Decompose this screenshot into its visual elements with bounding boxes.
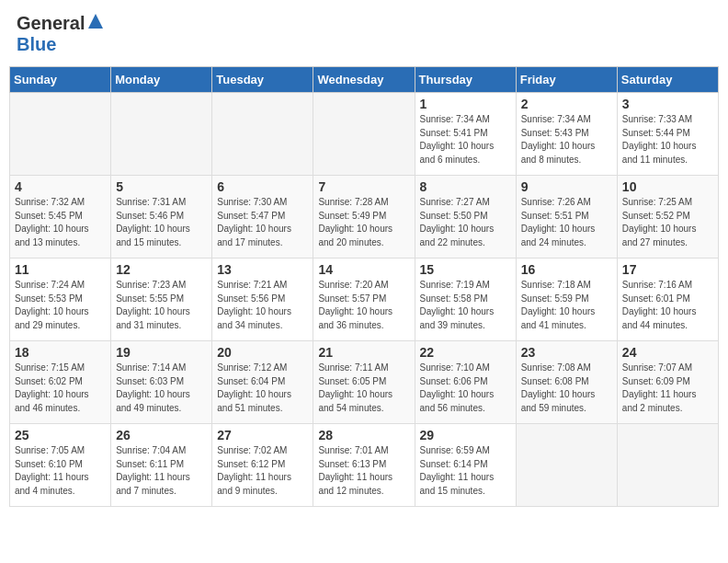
day-info: Sunrise: 7:30 AM Sunset: 5:47 PM Dayligh… xyxy=(217,196,308,249)
col-header-sunday: Sunday xyxy=(10,67,111,93)
calendar-cell: 22Sunrise: 7:10 AM Sunset: 6:06 PM Dayli… xyxy=(415,341,516,424)
logo-general: General xyxy=(17,13,85,34)
day-info: Sunrise: 7:31 AM Sunset: 5:46 PM Dayligh… xyxy=(116,196,207,249)
calendar-week-row: 11Sunrise: 7:24 AM Sunset: 5:53 PM Dayli… xyxy=(10,259,719,341)
day-info: Sunrise: 7:01 AM Sunset: 6:13 PM Dayligh… xyxy=(318,444,409,498)
day-info: Sunrise: 7:27 AM Sunset: 5:50 PM Dayligh… xyxy=(420,196,511,249)
calendar-cell: 10Sunrise: 7:25 AM Sunset: 5:52 PM Dayli… xyxy=(617,176,718,259)
calendar-cell: 26Sunrise: 7:04 AM Sunset: 6:11 PM Dayli… xyxy=(111,424,212,507)
day-info: Sunrise: 7:20 AM Sunset: 5:57 PM Dayligh… xyxy=(318,279,409,332)
day-info: Sunrise: 7:10 AM Sunset: 6:06 PM Dayligh… xyxy=(420,362,511,415)
calendar-cell: 9Sunrise: 7:26 AM Sunset: 5:51 PM Daylig… xyxy=(516,176,617,259)
calendar-cell: 2Sunrise: 7:34 AM Sunset: 5:43 PM Daylig… xyxy=(516,93,617,176)
calendar-cell: 4Sunrise: 7:32 AM Sunset: 5:45 PM Daylig… xyxy=(10,176,111,259)
svg-marker-0 xyxy=(88,14,103,29)
calendar-cell: 27Sunrise: 7:02 AM Sunset: 6:12 PM Dayli… xyxy=(212,424,313,507)
day-info: Sunrise: 7:21 AM Sunset: 5:56 PM Dayligh… xyxy=(217,279,308,332)
calendar-cell: 16Sunrise: 7:18 AM Sunset: 5:59 PM Dayli… xyxy=(516,259,617,341)
day-info: Sunrise: 7:15 AM Sunset: 6:02 PM Dayligh… xyxy=(15,362,106,415)
calendar-table: SundayMondayTuesdayWednesdayThursdayFrid… xyxy=(9,66,719,507)
col-header-tuesday: Tuesday xyxy=(212,67,313,93)
calendar-cell: 8Sunrise: 7:27 AM Sunset: 5:50 PM Daylig… xyxy=(415,176,516,259)
calendar-cell: 21Sunrise: 7:11 AM Sunset: 6:05 PM Dayli… xyxy=(313,341,415,424)
col-header-thursday: Thursday xyxy=(415,67,516,93)
day-number: 18 xyxy=(15,345,106,360)
page-header: General Blue xyxy=(9,9,719,59)
calendar-cell: 18Sunrise: 7:15 AM Sunset: 6:02 PM Dayli… xyxy=(10,341,111,424)
day-info: Sunrise: 7:11 AM Sunset: 6:05 PM Dayligh… xyxy=(318,362,409,415)
calendar-cell: 23Sunrise: 7:08 AM Sunset: 6:08 PM Dayli… xyxy=(516,341,617,424)
calendar-week-row: 1Sunrise: 7:34 AM Sunset: 5:41 PM Daylig… xyxy=(10,93,719,176)
day-number: 4 xyxy=(15,179,106,194)
day-number: 29 xyxy=(420,428,511,442)
day-info: Sunrise: 6:59 AM Sunset: 6:14 PM Dayligh… xyxy=(420,444,511,498)
day-number: 23 xyxy=(521,345,612,360)
calendar-cell xyxy=(212,93,313,176)
day-info: Sunrise: 7:14 AM Sunset: 6:03 PM Dayligh… xyxy=(116,362,207,415)
calendar-week-row: 25Sunrise: 7:05 AM Sunset: 6:10 PM Dayli… xyxy=(10,424,719,507)
day-info: Sunrise: 7:24 AM Sunset: 5:53 PM Dayligh… xyxy=(15,279,106,332)
calendar-cell: 5Sunrise: 7:31 AM Sunset: 5:46 PM Daylig… xyxy=(111,176,212,259)
day-number: 15 xyxy=(420,262,511,277)
day-info: Sunrise: 7:23 AM Sunset: 5:55 PM Dayligh… xyxy=(116,279,207,332)
logo-triangle-icon xyxy=(86,12,105,30)
calendar-cell: 24Sunrise: 7:07 AM Sunset: 6:09 PM Dayli… xyxy=(617,341,718,424)
day-info: Sunrise: 7:07 AM Sunset: 6:09 PM Dayligh… xyxy=(622,362,713,415)
day-number: 9 xyxy=(521,179,612,194)
day-number: 21 xyxy=(318,345,409,360)
day-info: Sunrise: 7:12 AM Sunset: 6:04 PM Dayligh… xyxy=(217,362,308,415)
day-number: 3 xyxy=(622,97,713,111)
day-info: Sunrise: 7:16 AM Sunset: 6:01 PM Dayligh… xyxy=(622,279,713,332)
day-number: 25 xyxy=(15,428,106,442)
day-number: 22 xyxy=(420,345,511,360)
day-number: 13 xyxy=(217,262,308,277)
day-info: Sunrise: 7:05 AM Sunset: 6:10 PM Dayligh… xyxy=(15,444,106,498)
day-number: 19 xyxy=(116,345,207,360)
day-info: Sunrise: 7:04 AM Sunset: 6:11 PM Dayligh… xyxy=(116,444,207,498)
calendar-cell xyxy=(111,93,212,176)
day-info: Sunrise: 7:02 AM Sunset: 6:12 PM Dayligh… xyxy=(217,444,308,498)
calendar-cell: 19Sunrise: 7:14 AM Sunset: 6:03 PM Dayli… xyxy=(111,341,212,424)
day-info: Sunrise: 7:34 AM Sunset: 5:41 PM Dayligh… xyxy=(420,113,511,167)
calendar-cell: 6Sunrise: 7:30 AM Sunset: 5:47 PM Daylig… xyxy=(212,176,313,259)
calendar-cell: 15Sunrise: 7:19 AM Sunset: 5:58 PM Dayli… xyxy=(415,259,516,341)
day-number: 28 xyxy=(318,428,409,442)
calendar-cell: 17Sunrise: 7:16 AM Sunset: 6:01 PM Dayli… xyxy=(617,259,718,341)
calendar-cell xyxy=(313,93,415,176)
day-number: 14 xyxy=(318,262,409,277)
col-header-wednesday: Wednesday xyxy=(313,67,415,93)
calendar-cell: 25Sunrise: 7:05 AM Sunset: 6:10 PM Dayli… xyxy=(10,424,111,507)
day-info: Sunrise: 7:19 AM Sunset: 5:58 PM Dayligh… xyxy=(420,279,511,332)
calendar-cell xyxy=(516,424,617,507)
day-info: Sunrise: 7:18 AM Sunset: 5:59 PM Dayligh… xyxy=(521,279,612,332)
calendar-cell: 11Sunrise: 7:24 AM Sunset: 5:53 PM Dayli… xyxy=(10,259,111,341)
calendar-header-row: SundayMondayTuesdayWednesdayThursdayFrid… xyxy=(10,67,719,93)
calendar-cell: 20Sunrise: 7:12 AM Sunset: 6:04 PM Dayli… xyxy=(212,341,313,424)
day-number: 24 xyxy=(622,345,713,360)
day-number: 17 xyxy=(622,262,713,277)
calendar-cell: 3Sunrise: 7:33 AM Sunset: 5:44 PM Daylig… xyxy=(617,93,718,176)
day-number: 11 xyxy=(15,262,106,277)
day-number: 20 xyxy=(217,345,308,360)
day-number: 5 xyxy=(116,179,207,194)
calendar-cell: 14Sunrise: 7:20 AM Sunset: 5:57 PM Dayli… xyxy=(313,259,415,341)
calendar-cell xyxy=(617,424,718,507)
calendar-cell: 12Sunrise: 7:23 AM Sunset: 5:55 PM Dayli… xyxy=(111,259,212,341)
logo: General Blue xyxy=(17,13,105,55)
day-info: Sunrise: 7:26 AM Sunset: 5:51 PM Dayligh… xyxy=(521,196,612,249)
day-number: 2 xyxy=(521,97,612,111)
day-info: Sunrise: 7:25 AM Sunset: 5:52 PM Dayligh… xyxy=(622,196,713,249)
calendar-week-row: 18Sunrise: 7:15 AM Sunset: 6:02 PM Dayli… xyxy=(10,341,719,424)
calendar-cell: 29Sunrise: 6:59 AM Sunset: 6:14 PM Dayli… xyxy=(415,424,516,507)
day-info: Sunrise: 7:32 AM Sunset: 5:45 PM Dayligh… xyxy=(15,196,106,249)
day-info: Sunrise: 7:28 AM Sunset: 5:49 PM Dayligh… xyxy=(318,196,409,249)
col-header-monday: Monday xyxy=(111,67,212,93)
calendar-cell: 13Sunrise: 7:21 AM Sunset: 5:56 PM Dayli… xyxy=(212,259,313,341)
calendar-cell: 1Sunrise: 7:34 AM Sunset: 5:41 PM Daylig… xyxy=(415,93,516,176)
day-number: 7 xyxy=(318,179,409,194)
day-number: 6 xyxy=(217,179,308,194)
day-info: Sunrise: 7:08 AM Sunset: 6:08 PM Dayligh… xyxy=(521,362,612,415)
logo-blue: Blue xyxy=(17,34,56,54)
day-number: 16 xyxy=(521,262,612,277)
calendar-cell: 7Sunrise: 7:28 AM Sunset: 5:49 PM Daylig… xyxy=(313,176,415,259)
